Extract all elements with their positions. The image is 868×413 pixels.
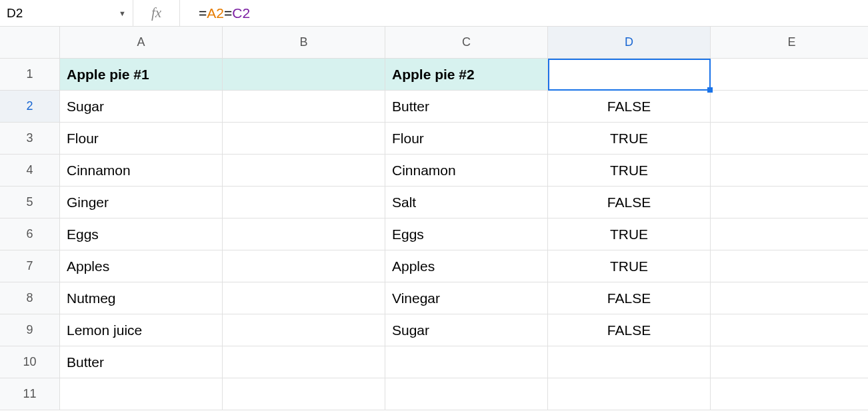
cell-e3[interactable] [711, 123, 868, 155]
row-header-11[interactable]: 11 [0, 378, 60, 410]
cell-e10[interactable] [711, 346, 868, 378]
cell-e1[interactable] [711, 59, 868, 91]
cell-b9[interactable] [223, 314, 385, 346]
formula-ref-a: A2 [207, 5, 224, 21]
cell-b3[interactable] [223, 123, 385, 155]
formula-eq1: = [199, 5, 207, 21]
cell-c10[interactable] [385, 346, 548, 378]
row-header-10[interactable]: 10 [0, 346, 60, 378]
formula-input[interactable]: =A2=C2 [180, 0, 868, 26]
fx-icon[interactable]: fx [133, 0, 180, 26]
cell-d2[interactable]: FALSE [548, 91, 711, 123]
col-header-a[interactable]: A [60, 27, 223, 59]
cell-b7[interactable] [223, 250, 385, 282]
spreadsheet-grid[interactable]: A B C D E 1 Apple pie #1 Apple pie #2 2 … [0, 27, 868, 410]
cell-c2[interactable]: Butter [385, 91, 548, 123]
cell-a9[interactable]: Lemon juice [60, 314, 223, 346]
row-header-3[interactable]: 3 [0, 123, 60, 155]
cell-c1[interactable]: Apple pie #2 [385, 59, 548, 91]
cell-d11[interactable] [548, 378, 711, 410]
cell-a1[interactable]: Apple pie #1 [60, 59, 223, 91]
cell-b1[interactable] [223, 59, 385, 91]
cell-e7[interactable] [711, 250, 868, 282]
cell-e6[interactable] [711, 218, 868, 250]
cell-c7[interactable]: Apples [385, 250, 548, 282]
cell-c4[interactable]: Cinnamon [385, 155, 548, 187]
cell-e8[interactable] [711, 282, 868, 314]
cell-a11[interactable] [60, 378, 223, 410]
cell-d9[interactable]: FALSE [548, 314, 711, 346]
cell-c6[interactable]: Eggs [385, 218, 548, 250]
row-header-4[interactable]: 4 [0, 155, 60, 187]
cell-b6[interactable] [223, 218, 385, 250]
row-header-9[interactable]: 9 [0, 314, 60, 346]
cell-d1[interactable] [548, 59, 711, 91]
cell-e11[interactable] [711, 378, 868, 410]
col-header-e[interactable]: E [711, 27, 868, 59]
cell-c11[interactable] [385, 378, 548, 410]
formula-bar: D2 ▼ fx =A2=C2 [0, 0, 868, 27]
cell-d10[interactable] [548, 346, 711, 378]
cell-b4[interactable] [223, 155, 385, 187]
formula-ref-c: C2 [232, 5, 250, 21]
name-box-value: D2 [7, 6, 23, 21]
cell-c8[interactable]: Vinegar [385, 282, 548, 314]
cell-e4[interactable] [711, 155, 868, 187]
cell-c9[interactable]: Sugar [385, 314, 548, 346]
cell-a5[interactable]: Ginger [60, 187, 223, 218]
cell-d8[interactable]: FALSE [548, 282, 711, 314]
cell-a7[interactable]: Apples [60, 250, 223, 282]
col-header-c[interactable]: C [385, 27, 548, 59]
cell-c5[interactable]: Salt [385, 187, 548, 218]
formula-eq2: = [224, 5, 232, 21]
cell-a2[interactable]: Sugar [60, 91, 223, 123]
cell-b2[interactable] [223, 91, 385, 123]
col-header-b[interactable]: B [223, 27, 385, 59]
grid-wrapper: A B C D E 1 Apple pie #1 Apple pie #2 2 … [0, 27, 868, 410]
cell-a6[interactable]: Eggs [60, 218, 223, 250]
cell-d7[interactable]: TRUE [548, 250, 711, 282]
cell-d4[interactable]: TRUE [548, 155, 711, 187]
cell-e5[interactable] [711, 187, 868, 218]
cell-b5[interactable] [223, 187, 385, 218]
cell-a10[interactable]: Butter [60, 346, 223, 378]
cell-b10[interactable] [223, 346, 385, 378]
cell-a3[interactable]: Flour [60, 123, 223, 155]
row-header-7[interactable]: 7 [0, 250, 60, 282]
cell-d3[interactable]: TRUE [548, 123, 711, 155]
cell-e2[interactable] [711, 91, 868, 123]
row-header-2[interactable]: 2 [0, 91, 60, 123]
name-box[interactable]: D2 ▼ [0, 0, 133, 26]
chevron-down-icon[interactable]: ▼ [119, 9, 126, 17]
cell-d5[interactable]: FALSE [548, 187, 711, 218]
cell-a8[interactable]: Nutmeg [60, 282, 223, 314]
cell-b8[interactable] [223, 282, 385, 314]
select-all-corner[interactable] [0, 27, 60, 59]
cell-d6[interactable]: TRUE [548, 218, 711, 250]
row-header-1[interactable]: 1 [0, 59, 60, 91]
cell-b11[interactable] [223, 378, 385, 410]
row-header-6[interactable]: 6 [0, 218, 60, 250]
cell-a4[interactable]: Cinnamon [60, 155, 223, 187]
col-header-d[interactable]: D [548, 27, 711, 59]
row-header-8[interactable]: 8 [0, 282, 60, 314]
cell-c3[interactable]: Flour [385, 123, 548, 155]
cell-e9[interactable] [711, 314, 868, 346]
row-header-5[interactable]: 5 [0, 187, 60, 218]
